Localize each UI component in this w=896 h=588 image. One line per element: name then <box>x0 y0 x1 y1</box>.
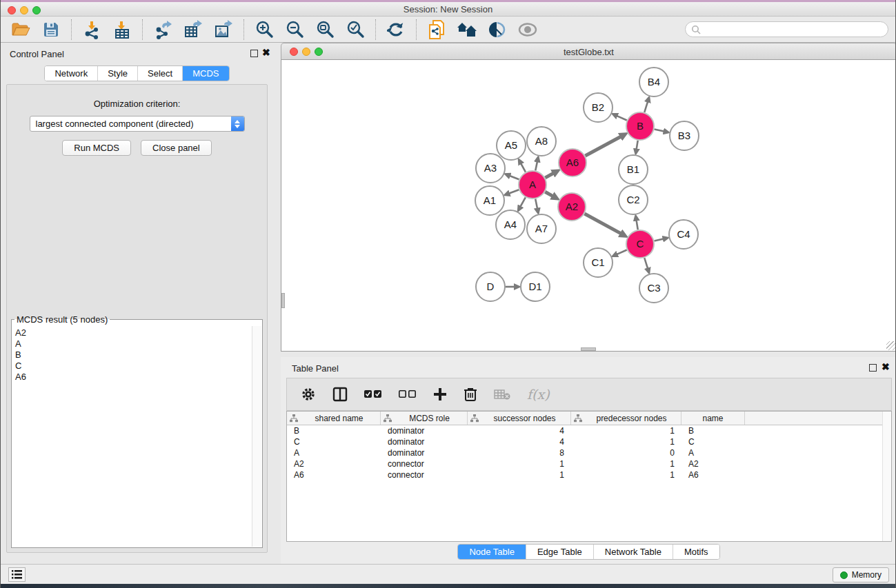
deselect-all-icon[interactable] <box>399 389 417 399</box>
table-scrollbar[interactable] <box>882 412 891 541</box>
graph-edge-A-A5[interactable] <box>521 163 526 172</box>
table-cell[interactable]: B <box>681 425 745 436</box>
graph-edge-A-A7[interactable] <box>535 199 537 209</box>
zoom-selected-icon[interactable] <box>345 19 366 40</box>
table-cell[interactable]: connector <box>381 458 468 469</box>
float-table-panel-icon[interactable] <box>869 364 877 372</box>
table-cell[interactable]: dominator <box>381 436 468 447</box>
table-cell[interactable]: C <box>681 436 745 447</box>
zoom-in-icon[interactable] <box>254 19 275 40</box>
mcds-result-item[interactable]: A6 <box>15 372 252 383</box>
tab-select[interactable]: Select <box>138 66 183 81</box>
graph-node-A4[interactable]: A4 <box>496 210 525 239</box>
graphics-details-icon[interactable] <box>487 19 508 40</box>
table-cell[interactable]: dominator <box>381 425 468 436</box>
memory-button[interactable]: Memory <box>833 567 889 582</box>
graph-node-B2[interactable]: B2 <box>584 93 613 122</box>
network-canvas[interactable]: B4B2BB3A5A8A6B1A3AC2A1A2A4A7C4CC1C3DD1 <box>281 60 896 352</box>
delete-column-icon[interactable] <box>464 387 477 402</box>
graph-node-A5[interactable]: A5 <box>497 131 526 160</box>
table-cell[interactable]: A6 <box>681 469 745 480</box>
save-session-icon[interactable] <box>41 19 61 40</box>
graph-edge-A-A2[interactable] <box>545 192 552 196</box>
table-cell[interactable]: 1 <box>571 469 681 480</box>
close-panel-icon[interactable]: ✖ <box>262 48 270 57</box>
graph-node-C[interactable]: C <box>626 230 654 258</box>
export-table-icon[interactable] <box>183 19 203 40</box>
graph-edge-A6-B[interactable] <box>585 136 620 156</box>
column-header-MCDS-role[interactable]: MCDS role <box>381 412 468 425</box>
graph-node-D1[interactable]: D1 <box>521 272 550 301</box>
network-from-selection-icon[interactable] <box>426 19 447 40</box>
table-cell[interactable]: A <box>681 447 745 458</box>
column-header-successor-nodes[interactable]: successor nodes <box>468 412 571 425</box>
table-cell[interactable]: 1 <box>571 458 681 469</box>
close-table-panel-icon[interactable]: ✖ <box>882 362 890 372</box>
table-cell[interactable]: 4 <box>468 425 571 436</box>
settings-gear-icon[interactable] <box>301 387 316 402</box>
add-column-icon[interactable] <box>433 387 447 401</box>
tab-style[interactable]: Style <box>98 66 138 81</box>
mcds-result-item[interactable]: B <box>15 349 252 361</box>
table-cell[interactable]: A2 <box>681 458 745 469</box>
graph-edge-C-C1[interactable] <box>617 250 626 254</box>
refresh-icon[interactable] <box>386 19 406 40</box>
graph-edge-C-C4[interactable] <box>654 239 663 241</box>
tab-mcds[interactable]: MCDS <box>183 66 228 81</box>
import-network-icon[interactable] <box>81 19 102 40</box>
run-mcds-button[interactable]: Run MCDS <box>62 140 131 156</box>
graph-edge-B-B1[interactable] <box>637 141 638 150</box>
graph-node-A[interactable]: A <box>519 171 546 199</box>
graph-node-A3[interactable]: A3 <box>476 154 505 183</box>
network-horizontal-scrollbar[interactable] <box>581 347 596 351</box>
export-image-icon[interactable] <box>213 19 234 40</box>
table-cell[interactable]: 1 <box>571 425 681 436</box>
table-row[interactable]: Bdominator41B <box>287 425 891 436</box>
graph-edge-B-B2[interactable] <box>617 116 626 120</box>
graph-edge-A-A4[interactable] <box>520 197 525 206</box>
table-row[interactable]: A2connector11A2 <box>287 458 891 469</box>
graph-node-B1[interactable]: B1 <box>619 155 648 184</box>
table-cell[interactable]: C <box>287 436 381 447</box>
first-neighbors-icon[interactable] <box>457 19 477 40</box>
graph-edge-A-A8[interactable] <box>535 161 537 170</box>
graph-node-B4[interactable]: B4 <box>639 68 668 97</box>
mcds-result-item[interactable]: A2 <box>15 327 252 338</box>
graph-node-A8[interactable]: A8 <box>527 127 556 156</box>
graph-node-C3[interactable]: C3 <box>639 274 668 303</box>
graph-node-A7[interactable]: A7 <box>527 214 556 243</box>
result-scrollbar[interactable] <box>252 326 261 547</box>
graph-node-A6[interactable]: A6 <box>559 149 586 176</box>
mcds-result-item[interactable]: A <box>15 338 252 349</box>
table-cell[interactable]: 8 <box>468 447 571 458</box>
export-network-icon[interactable] <box>152 19 173 40</box>
table-cell[interactable]: 1 <box>571 436 681 447</box>
graph-edge-C-C3[interactable] <box>644 258 648 268</box>
column-header-name[interactable]: name <box>681 412 745 425</box>
graph-node-B3[interactable]: B3 <box>670 121 699 150</box>
table-cell[interactable]: 1 <box>468 469 571 480</box>
graph-node-B[interactable]: B <box>626 112 654 140</box>
table-cell[interactable]: 0 <box>571 447 681 458</box>
graph-edge-B-B4[interactable] <box>644 102 648 112</box>
mcds-result-list[interactable]: A2ABCA6 <box>12 326 252 547</box>
graph-edge-A2-C[interactable] <box>584 214 620 234</box>
graph-node-C4[interactable]: C4 <box>669 220 698 249</box>
mcds-result-item[interactable]: C <box>15 361 252 372</box>
column-visibility-icon[interactable] <box>332 387 348 402</box>
network-graph[interactable]: B4B2BB3A5A8A6B1A3AC2A1A2A4A7C4CC1C3DD1 <box>281 60 896 350</box>
task-history-button[interactable] <box>8 567 26 582</box>
zoom-fit-icon[interactable] <box>315 19 335 40</box>
graph-node-D[interactable]: D <box>476 272 505 301</box>
table-cell[interactable]: 1 <box>468 458 571 469</box>
select-all-icon[interactable] <box>364 389 382 399</box>
graph-node-C2[interactable]: C2 <box>619 185 648 214</box>
float-panel-icon[interactable] <box>250 50 258 57</box>
graph-edge-C-C2[interactable] <box>637 221 638 230</box>
zoom-out-icon[interactable] <box>284 19 305 40</box>
table-tab-edge-table[interactable]: Edge Table <box>526 545 594 559</box>
open-session-icon[interactable] <box>10 19 31 40</box>
criterion-select[interactable]: largest connected component (directed) <box>30 116 245 132</box>
graph-edge-B-B3[interactable] <box>655 129 664 131</box>
table-row[interactable]: Adominator80A <box>287 447 891 458</box>
